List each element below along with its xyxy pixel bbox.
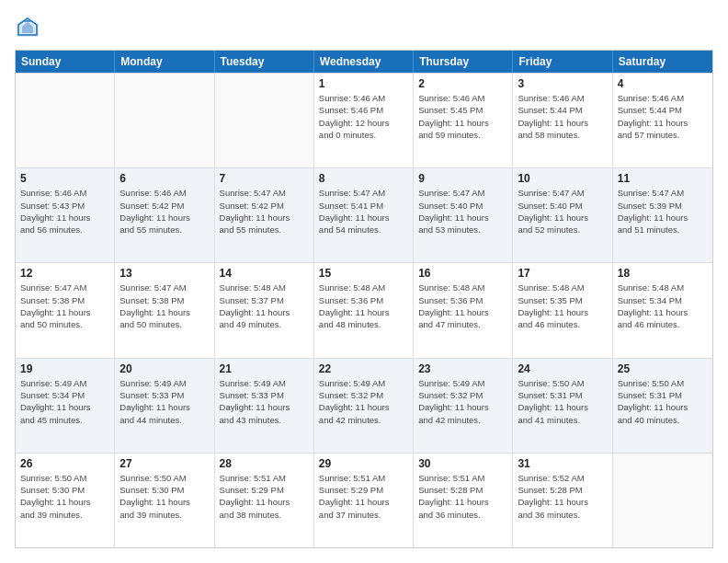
day-number: 17 bbox=[518, 267, 607, 280]
day-number: 22 bbox=[319, 362, 408, 375]
day-info: Sunrise: 5:47 AMSunset: 5:39 PMDaylight:… bbox=[618, 187, 708, 236]
calendar-cell-r2c4: 16Sunrise: 5:48 AMSunset: 5:36 PMDayligh… bbox=[414, 263, 513, 357]
day-info: Sunrise: 5:51 AMSunset: 5:29 PMDaylight:… bbox=[319, 472, 408, 521]
day-info: Sunrise: 5:49 AMSunset: 5:33 PMDaylight:… bbox=[119, 377, 209, 426]
calendar-cell-r0c3: 1Sunrise: 5:46 AMSunset: 5:46 PMDaylight… bbox=[314, 74, 414, 167]
day-info: Sunrise: 5:49 AMSunset: 5:32 PMDaylight:… bbox=[319, 377, 408, 426]
calendar-cell-r1c1: 6Sunrise: 5:46 AMSunset: 5:42 PMDaylight… bbox=[115, 168, 214, 262]
day-number: 6 bbox=[119, 172, 209, 185]
day-info: Sunrise: 5:46 AMSunset: 5:45 PMDaylight:… bbox=[418, 92, 507, 141]
day-number: 16 bbox=[418, 267, 507, 280]
logo-icon bbox=[15, 15, 40, 40]
day-number: 28 bbox=[220, 457, 309, 470]
day-number: 10 bbox=[518, 172, 607, 185]
calendar-cell-r3c2: 21Sunrise: 5:49 AMSunset: 5:33 PMDayligh… bbox=[215, 359, 314, 453]
calendar-cell-r2c6: 18Sunrise: 5:48 AMSunset: 5:34 PMDayligh… bbox=[613, 263, 712, 357]
day-number: 20 bbox=[119, 362, 209, 375]
day-info: Sunrise: 5:51 AMSunset: 5:29 PMDaylight:… bbox=[220, 472, 309, 521]
day-number: 31 bbox=[518, 457, 607, 470]
weekday-header-friday: Friday bbox=[513, 51, 612, 73]
calendar-cell-r4c4: 30Sunrise: 5:51 AMSunset: 5:28 PMDayligh… bbox=[414, 454, 513, 547]
day-number: 15 bbox=[319, 267, 408, 280]
calendar-cell-r3c6: 25Sunrise: 5:50 AMSunset: 5:31 PMDayligh… bbox=[613, 359, 712, 453]
day-info: Sunrise: 5:46 AMSunset: 5:43 PMDaylight:… bbox=[20, 187, 109, 236]
weekday-header-thursday: Thursday bbox=[414, 51, 513, 73]
day-info: Sunrise: 5:51 AMSunset: 5:28 PMDaylight:… bbox=[418, 472, 507, 521]
calendar-row-4: 26Sunrise: 5:50 AMSunset: 5:30 PMDayligh… bbox=[16, 453, 712, 547]
day-number: 21 bbox=[220, 362, 309, 375]
day-number: 11 bbox=[618, 172, 708, 185]
calendar-cell-r1c6: 11Sunrise: 5:47 AMSunset: 5:39 PMDayligh… bbox=[613, 168, 712, 262]
logo bbox=[15, 15, 44, 40]
day-info: Sunrise: 5:47 AMSunset: 5:40 PMDaylight:… bbox=[518, 187, 607, 236]
day-number: 7 bbox=[220, 172, 309, 185]
calendar-cell-r4c3: 29Sunrise: 5:51 AMSunset: 5:29 PMDayligh… bbox=[314, 454, 414, 547]
calendar-cell-r4c1: 27Sunrise: 5:50 AMSunset: 5:30 PMDayligh… bbox=[115, 454, 214, 547]
page: SundayMondayTuesdayWednesdayThursdayFrid… bbox=[0, 0, 728, 563]
day-number: 30 bbox=[418, 457, 507, 470]
day-info: Sunrise: 5:48 AMSunset: 5:36 PMDaylight:… bbox=[319, 282, 408, 330]
calendar-row-0: 1Sunrise: 5:46 AMSunset: 5:46 PMDaylight… bbox=[16, 73, 712, 167]
calendar-cell-r0c5: 3Sunrise: 5:46 AMSunset: 5:44 PMDaylight… bbox=[513, 74, 612, 167]
calendar-cell-r3c1: 20Sunrise: 5:49 AMSunset: 5:33 PMDayligh… bbox=[115, 359, 214, 453]
day-info: Sunrise: 5:49 AMSunset: 5:34 PMDaylight:… bbox=[20, 377, 109, 426]
calendar-cell-r4c5: 31Sunrise: 5:52 AMSunset: 5:28 PMDayligh… bbox=[513, 454, 612, 547]
day-number: 12 bbox=[20, 267, 109, 280]
calendar-cell-r3c5: 24Sunrise: 5:50 AMSunset: 5:31 PMDayligh… bbox=[513, 359, 612, 453]
day-number: 23 bbox=[418, 362, 507, 375]
calendar-row-3: 19Sunrise: 5:49 AMSunset: 5:34 PMDayligh… bbox=[16, 358, 712, 453]
day-info: Sunrise: 5:46 AMSunset: 5:46 PMDaylight:… bbox=[319, 92, 408, 141]
calendar-cell-r2c5: 17Sunrise: 5:48 AMSunset: 5:35 PMDayligh… bbox=[513, 263, 612, 357]
day-info: Sunrise: 5:50 AMSunset: 5:31 PMDaylight:… bbox=[518, 377, 607, 426]
calendar-cell-r4c6 bbox=[613, 454, 712, 547]
day-number: 4 bbox=[618, 77, 708, 90]
calendar-cell-r0c6: 4Sunrise: 5:46 AMSunset: 5:44 PMDaylight… bbox=[613, 74, 712, 167]
calendar-cell-r4c0: 26Sunrise: 5:50 AMSunset: 5:30 PMDayligh… bbox=[16, 454, 115, 547]
calendar-cell-r1c3: 8Sunrise: 5:47 AMSunset: 5:41 PMDaylight… bbox=[314, 168, 414, 262]
calendar-row-1: 5Sunrise: 5:46 AMSunset: 5:43 PMDaylight… bbox=[16, 167, 712, 262]
calendar-cell-r2c2: 14Sunrise: 5:48 AMSunset: 5:37 PMDayligh… bbox=[215, 263, 314, 357]
day-info: Sunrise: 5:48 AMSunset: 5:36 PMDaylight:… bbox=[418, 282, 507, 330]
day-number: 26 bbox=[20, 457, 109, 470]
day-info: Sunrise: 5:46 AMSunset: 5:42 PMDaylight:… bbox=[119, 187, 209, 236]
day-info: Sunrise: 5:50 AMSunset: 5:31 PMDaylight:… bbox=[618, 377, 708, 426]
calendar-cell-r4c2: 28Sunrise: 5:51 AMSunset: 5:29 PMDayligh… bbox=[215, 454, 314, 547]
weekday-header-monday: Monday bbox=[115, 51, 214, 73]
day-info: Sunrise: 5:47 AMSunset: 5:40 PMDaylight:… bbox=[418, 187, 507, 236]
day-number: 1 bbox=[319, 77, 408, 90]
calendar-cell-r3c0: 19Sunrise: 5:49 AMSunset: 5:34 PMDayligh… bbox=[16, 359, 115, 453]
calendar-cell-r1c2: 7Sunrise: 5:47 AMSunset: 5:42 PMDaylight… bbox=[215, 168, 314, 262]
day-number: 25 bbox=[618, 362, 708, 375]
day-number: 8 bbox=[319, 172, 408, 185]
calendar-cell-r1c0: 5Sunrise: 5:46 AMSunset: 5:43 PMDaylight… bbox=[16, 168, 115, 262]
calendar-cell-r1c5: 10Sunrise: 5:47 AMSunset: 5:40 PMDayligh… bbox=[513, 168, 612, 262]
day-number: 2 bbox=[418, 77, 507, 90]
header bbox=[15, 15, 713, 40]
day-number: 3 bbox=[518, 77, 607, 90]
day-info: Sunrise: 5:47 AMSunset: 5:38 PMDaylight:… bbox=[20, 282, 109, 330]
day-number: 29 bbox=[319, 457, 408, 470]
calendar-cell-r0c1 bbox=[115, 74, 214, 167]
calendar-header: SundayMondayTuesdayWednesdayThursdayFrid… bbox=[16, 51, 712, 73]
day-info: Sunrise: 5:49 AMSunset: 5:32 PMDaylight:… bbox=[418, 377, 507, 426]
day-info: Sunrise: 5:52 AMSunset: 5:28 PMDaylight:… bbox=[518, 472, 607, 521]
day-info: Sunrise: 5:49 AMSunset: 5:33 PMDaylight:… bbox=[220, 377, 309, 426]
weekday-header-tuesday: Tuesday bbox=[215, 51, 314, 73]
calendar-cell-r2c3: 15Sunrise: 5:48 AMSunset: 5:36 PMDayligh… bbox=[314, 263, 414, 357]
day-info: Sunrise: 5:48 AMSunset: 5:35 PMDaylight:… bbox=[518, 282, 607, 330]
day-info: Sunrise: 5:47 AMSunset: 5:41 PMDaylight:… bbox=[319, 187, 408, 236]
calendar-cell-r2c0: 12Sunrise: 5:47 AMSunset: 5:38 PMDayligh… bbox=[16, 263, 115, 357]
calendar-cell-r3c4: 23Sunrise: 5:49 AMSunset: 5:32 PMDayligh… bbox=[414, 359, 513, 453]
calendar-cell-r2c1: 13Sunrise: 5:47 AMSunset: 5:38 PMDayligh… bbox=[115, 263, 214, 357]
calendar-cell-r1c4: 9Sunrise: 5:47 AMSunset: 5:40 PMDaylight… bbox=[414, 168, 513, 262]
day-info: Sunrise: 5:46 AMSunset: 5:44 PMDaylight:… bbox=[518, 92, 607, 141]
day-number: 14 bbox=[220, 267, 309, 280]
weekday-header-sunday: Sunday bbox=[16, 51, 115, 73]
day-info: Sunrise: 5:50 AMSunset: 5:30 PMDaylight:… bbox=[119, 472, 209, 521]
calendar: SundayMondayTuesdayWednesdayThursdayFrid… bbox=[15, 50, 713, 548]
day-number: 13 bbox=[119, 267, 209, 280]
day-info: Sunrise: 5:50 AMSunset: 5:30 PMDaylight:… bbox=[20, 472, 109, 521]
weekday-header-wednesday: Wednesday bbox=[314, 51, 414, 73]
day-number: 27 bbox=[119, 457, 209, 470]
calendar-cell-r0c2 bbox=[215, 74, 314, 167]
